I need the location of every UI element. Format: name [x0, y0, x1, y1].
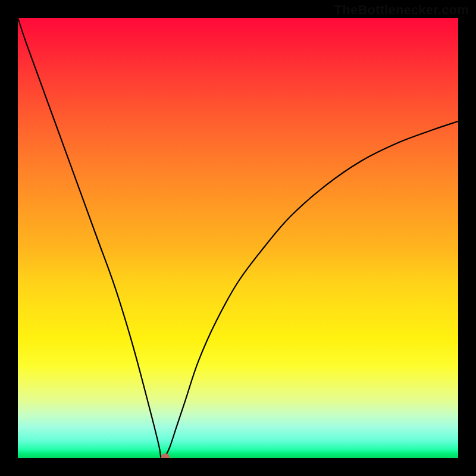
- plot-area: [18, 18, 458, 458]
- figure-container: TheBottlenecker.com: [0, 0, 476, 476]
- plot-svg: [18, 18, 458, 458]
- watermark-text: TheBottlenecker.com: [334, 2, 469, 18]
- curve-line: [18, 18, 458, 458]
- minimum-marker: [161, 453, 170, 458]
